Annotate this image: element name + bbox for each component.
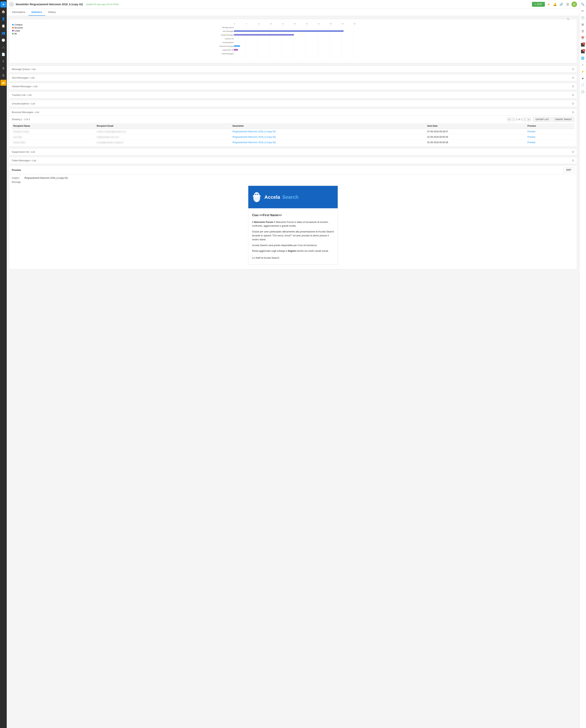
row3-preview-link[interactable]: Preview	[528, 141, 535, 144]
pagination-controls: ⊲ ‹ 1 of 1 › ⊳	[507, 118, 531, 121]
y-axis-labels: Message Queue Sent Messages Viewed Messa…	[220, 27, 234, 55]
svg-text:Viewed Messages: Viewed Messages	[221, 34, 234, 36]
list-nav-icon[interactable]: 📋	[0, 23, 6, 29]
pagination-next-btn[interactable]: ›	[523, 118, 526, 121]
section-sent-messages-collapse-icon: ⊟	[572, 76, 574, 79]
check-r-icon[interactable]: ✓	[580, 62, 586, 68]
section-viewed-messages-header[interactable]: Viewed Messages - List ⊟	[9, 83, 577, 90]
email-logo-text1: Accela	[264, 194, 280, 200]
row2-newsletter-link[interactable]: Ringraziamenti Netcomm 2018_b (copy 02)	[233, 136, 276, 138]
alert-nav-icon[interactable]: ⚠	[0, 44, 6, 50]
message-label: Message	[12, 181, 23, 183]
section-message-queue-header[interactable]: Message Queue - List ⊟	[9, 66, 577, 72]
bounced-messages-table: Recipient Name Recipient Email Newslette…	[12, 123, 574, 145]
time-r-icon[interactable]: 🕐	[580, 15, 586, 21]
section-unsubscriptions-title: Unsubscriptions - List	[12, 102, 35, 105]
table-row: Recipient contact contact.recipient@exam…	[12, 129, 574, 134]
email-preview-container: Accela Search Ciao <<First Name>> Il Net…	[248, 186, 338, 265]
s1-nav-icon[interactable]: S	[0, 66, 6, 72]
section-bounced-messages-header[interactable]: Bounced Messages - List ⊟	[9, 109, 577, 116]
section-unsubscriptions-header[interactable]: Unsubscriptions - List ⊟	[9, 100, 577, 107]
grid-r-icon[interactable]: ⊞	[580, 22, 586, 27]
legend-leads-label: Leads	[15, 30, 20, 32]
row3-date: 01-06-2018 00:00:38	[426, 140, 526, 145]
col-preview: Preview	[526, 123, 574, 129]
document-nav-icon[interactable]: 📄	[0, 51, 6, 57]
notify2-badge: 10	[583, 49, 585, 52]
folder-nav-icon[interactable]: 📁	[0, 80, 6, 86]
notify1-r-icon[interactable]: ⬛ 5	[580, 42, 586, 48]
preview-edit-button[interactable]: EDIT	[564, 168, 574, 172]
section-bounced-messages: Bounced Messages - List ⊟ Showing 1 - 3 …	[9, 108, 577, 147]
pagination-prev-btn[interactable]: ‹	[512, 118, 515, 121]
row2-preview-link[interactable]: Preview	[528, 136, 535, 138]
email-logo-text: Accela Search	[264, 194, 298, 200]
svg-rect-31	[234, 30, 344, 32]
calendar-r-icon[interactable]: 📅	[580, 35, 586, 41]
home-nav-icon[interactable]: 🏠	[0, 8, 6, 15]
clock-nav-icon[interactable]: 🕐	[0, 37, 6, 43]
app-logo-icon[interactable]: ✦	[0, 1, 6, 7]
tab-history[interactable]: History	[45, 9, 58, 16]
section-sent-messages-title: Sent Messages - List	[12, 76, 34, 79]
bars-bounced	[234, 45, 240, 47]
header-right: ✏ EDIT ★ 🔔 🔗 ☰ U	[532, 1, 577, 7]
row3-name: Antonio Mark	[12, 140, 95, 145]
pagination-total: 1	[521, 118, 522, 121]
section-suppression-list-header[interactable]: Suppression list - List ⊟	[9, 148, 577, 155]
notify2-r-icon[interactable]: ⬛ 10	[580, 49, 586, 54]
lightning-r-icon[interactable]: ⚡	[580, 69, 586, 74]
pagination-last-btn[interactable]: ⊳	[527, 118, 531, 121]
refresh-icon[interactable]: ↻	[567, 18, 569, 21]
tab-informations[interactable]: Informations	[9, 9, 28, 16]
user-nav-icon[interactable]: 👤	[0, 16, 6, 22]
edit-button[interactable]: ✏ EDIT	[532, 2, 545, 7]
menu-button[interactable]: ☰	[565, 2, 570, 7]
col-newsletter: Newsletter	[231, 123, 426, 129]
email-header: Accela Search	[248, 186, 338, 208]
lines-r-icon[interactable]: ☰	[580, 28, 586, 34]
contacts-nav-icon[interactable]: 👥	[0, 30, 6, 36]
svg-text:42: 42	[318, 23, 320, 25]
back-button[interactable]: ←	[9, 2, 14, 7]
row1-preview-link[interactable]: Preview	[528, 130, 535, 133]
table-row: User Mac info@example-mac.com Ringraziam…	[12, 134, 574, 140]
section-sent-messages-header[interactable]: Sent Messages - List ⊟	[9, 74, 577, 81]
star-r-icon[interactable]: ★	[580, 76, 586, 81]
user-avatar[interactable]: U	[571, 1, 577, 7]
page-r-icon[interactable]: 📄	[580, 82, 586, 88]
email-p2: Grazie per aver partecipato attivamente …	[252, 230, 334, 242]
pagination-first-btn[interactable]: ⊲	[507, 118, 511, 121]
row1-email: contact.recipient@example.com	[95, 129, 231, 134]
clock-r-icon[interactable]: 🕐	[580, 89, 586, 95]
currency-nav-icon[interactable]: €	[0, 58, 6, 65]
section-sent-messages: Sent Messages - List ⊟	[9, 74, 577, 81]
star-button[interactable]: ★	[546, 2, 551, 7]
section-suppression-list-collapse-icon: ⊟	[572, 150, 574, 153]
section-bounced-messages-body: Showing 1 - 3 of 3 ⊲ ‹ 1 of 1 › ⊳ EXPO	[9, 116, 577, 147]
legend-accounts-dot	[12, 27, 14, 28]
edit-r-icon[interactable]: ✏	[580, 8, 586, 14]
globe-r-icon[interactable]: 🌐	[580, 55, 586, 61]
row1-newsletter-link[interactable]: Ringraziamenti Netcomm 2018_b (copy 02)	[233, 130, 276, 133]
notify1-badge: 5	[583, 42, 585, 45]
section-message-queue-collapse-icon: ⊟	[572, 68, 574, 71]
link-button[interactable]: 🔗	[559, 2, 564, 7]
tab-statistics[interactable]: Statistics	[28, 9, 45, 16]
create-target-button[interactable]: CREATE TARGET	[553, 117, 574, 122]
s2-nav-icon[interactable]: S	[0, 73, 6, 79]
email-logo-text2: Search	[282, 194, 298, 200]
svg-text:18: 18	[270, 23, 272, 25]
bell-button[interactable]: 🔔	[552, 2, 558, 7]
right-sidebar: 🔍 ✏ 🕐 ⊞ ☰ 📅 ⬛ 5 ⬛ 10 🌐 ✓ ⚡ ★ 📄 🕐	[579, 0, 586, 728]
subject-label: Subject	[12, 177, 23, 179]
export-list-button[interactable]: EXPORT LIST	[533, 117, 551, 122]
section-tracked-link-header[interactable]: Tracked Link - List ⊟	[9, 92, 577, 98]
section-failed-messages-header[interactable]: Failed Messages - List ⊟	[9, 157, 577, 164]
row3-newsletter-link[interactable]: Ringraziamenti Netcomm 2018_b (copy 02)	[233, 141, 276, 144]
section-suppression-list: Suppression list - List ⊟	[9, 148, 577, 155]
svg-text:12: 12	[258, 23, 260, 25]
chart-svg-area: 0 6 12 18 24 30 36 42 48 54 60	[25, 22, 574, 60]
seguici-bold: Seguici	[288, 249, 296, 252]
search-r-icon[interactable]: 🔍	[580, 1, 586, 7]
